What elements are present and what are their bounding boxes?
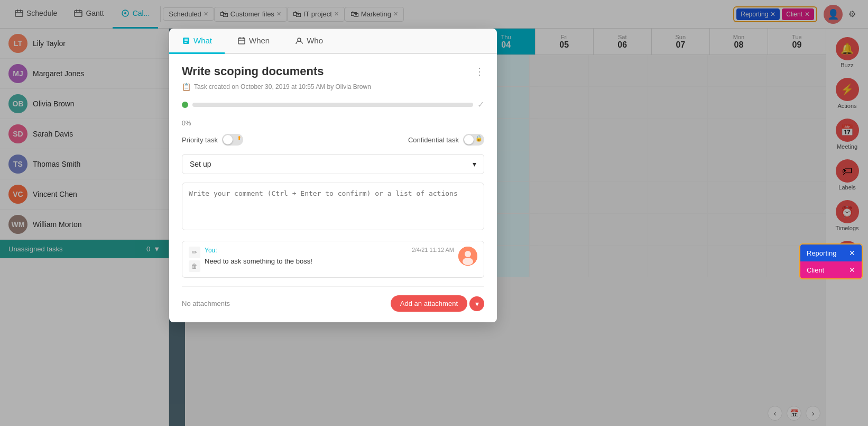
- dialog-more-btn[interactable]: ⋮: [475, 66, 484, 77]
- progress-bar-wrap[interactable]: [192, 103, 473, 107]
- dialog-body: Write scoping documents ⋮ 📋 Task created…: [169, 54, 497, 322]
- confidential-label: Confidential task: [408, 136, 459, 144]
- label-popup-reporting-close[interactable]: ✕: [849, 249, 855, 257]
- what-icon: [182, 37, 190, 45]
- svg-rect-5: [238, 38, 245, 44]
- priority-toggle[interactable]: ⬆: [222, 134, 243, 146]
- svg-point-8: [465, 251, 471, 257]
- dialog-title: Write scoping documents: [182, 65, 324, 78]
- progress-row: ✓: [182, 99, 484, 110]
- label-popup: Reporting ✕ Client ✕: [799, 243, 863, 279]
- label-popup-client-close[interactable]: ✕: [849, 266, 855, 274]
- confidential-toggle-item: Confidential task 🔒: [408, 134, 484, 146]
- dialog-overlay: What When Who Write scoping: [0, 0, 868, 426]
- attachment-button-group: Add an attachment ▾: [391, 295, 484, 312]
- add-attachment-button[interactable]: Add an attachment: [391, 295, 467, 312]
- comment-area: ▶ ⚡: [182, 183, 484, 232]
- message-delete-btn[interactable]: 🗑: [189, 260, 200, 272]
- dialog-meta-text: Task created on October 30, 2019 at 10:5…: [194, 83, 371, 90]
- message-author: You:: [205, 247, 217, 254]
- priority-toggle-item: Priority task ⬆: [182, 134, 243, 146]
- status-dropdown[interactable]: Set up ▾: [182, 154, 484, 174]
- dialog-meta: 📋 Task created on October 30, 2019 at 10…: [182, 83, 484, 91]
- progress-check-icon[interactable]: ✓: [477, 99, 484, 110]
- progress-percent: 0%: [182, 120, 191, 127]
- svg-point-6: [298, 38, 301, 41]
- message-text: Need to ask something to the boss!: [205, 257, 312, 265]
- priority-label: Priority task: [182, 136, 218, 144]
- confidential-toggle[interactable]: 🔒: [463, 134, 484, 146]
- status-dropdown-row: Set up ▾: [182, 154, 484, 174]
- toggle-row: Priority task ⬆ Confidential task 🔒: [182, 134, 484, 146]
- comment-input[interactable]: [182, 183, 484, 230]
- who-icon: [295, 37, 303, 45]
- label-popup-reporting[interactable]: Reporting ✕: [800, 244, 862, 261]
- task-dialog: What When Who Write scoping: [169, 29, 497, 322]
- dialog-tab-who[interactable]: Who: [282, 29, 336, 54]
- attachments-label: No attachments: [182, 300, 230, 307]
- message-row: ✏ 🗑 You: 2/4/21 11:12 AM Need to ask som…: [182, 241, 484, 278]
- progress-dot: [182, 102, 188, 108]
- message-time: 2/4/21 11:12 AM: [412, 247, 454, 254]
- message-edit-btn[interactable]: ✏: [189, 247, 200, 258]
- dialog-tab-what[interactable]: What: [169, 29, 225, 54]
- attachments-row: No attachments Add an attachment ▾: [182, 286, 484, 312]
- dialog-tabs: What When Who: [169, 29, 497, 54]
- priority-toggle-knob: [223, 135, 233, 144]
- message-header: You: 2/4/21 11:12 AM: [205, 247, 454, 254]
- message-controls: ✏ 🗑: [189, 247, 200, 272]
- dialog-tab-when[interactable]: When: [225, 29, 282, 54]
- svg-point-9: [463, 258, 473, 265]
- label-popup-client[interactable]: Client ✕: [800, 261, 862, 278]
- confidential-toggle-knob: [464, 135, 474, 144]
- dropdown-chevron-icon: ▾: [473, 160, 476, 168]
- when-icon: [237, 37, 246, 45]
- attachment-chevron-button[interactable]: ▾: [469, 296, 484, 311]
- dialog-title-row: Write scoping documents ⋮: [182, 65, 484, 78]
- message-content: You: 2/4/21 11:12 AM Need to ask somethi…: [205, 247, 454, 272]
- meta-calendar-icon: 📋: [182, 83, 191, 91]
- message-avatar: [458, 247, 477, 266]
